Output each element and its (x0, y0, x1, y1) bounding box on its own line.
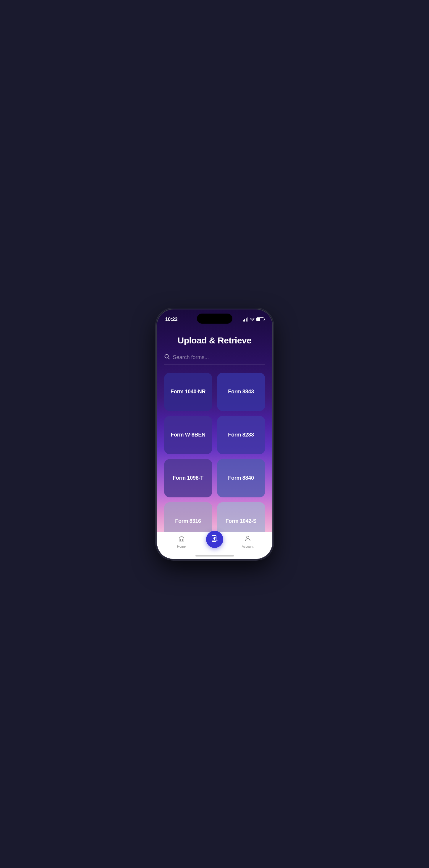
battery-icon (256, 317, 264, 321)
form-card-form-1098t[interactable]: Form 1098-T (164, 459, 212, 497)
phone-frame: 10:22 Upload & R (157, 309, 272, 559)
account-icon (245, 535, 251, 544)
notch (197, 314, 233, 323)
tab-home-label: Home (177, 545, 186, 548)
svg-line-1 (168, 358, 170, 359)
signal-icon (243, 317, 248, 321)
tab-account-label: Account (242, 545, 254, 548)
tab-account[interactable]: Account (223, 535, 272, 548)
wifi-icon (250, 317, 254, 322)
status-time: 10:22 (165, 316, 178, 322)
form-card-form-w8ben[interactable]: Form W-8BEN (164, 416, 212, 454)
home-icon (178, 535, 185, 544)
home-indicator (195, 555, 234, 557)
search-input[interactable] (173, 354, 265, 361)
form-card-label-form-1040nr: Form 1040-NR (171, 389, 206, 395)
upload-icon (211, 534, 218, 545)
form-card-form-8840[interactable]: Form 8840 (217, 459, 265, 497)
svg-point-4 (247, 536, 249, 538)
tab-upload-button[interactable] (206, 531, 223, 548)
tab-home[interactable]: Home (157, 535, 206, 548)
form-card-label-form-8233: Form 8233 (228, 432, 254, 438)
page-title: Upload & Retrieve (164, 335, 265, 345)
status-icons (243, 317, 264, 322)
search-container (164, 354, 265, 364)
form-card-label-form-1042s: Form 1042-S (225, 518, 257, 524)
form-card-label-form-w8ben: Form W-8BEN (171, 432, 205, 438)
form-card-label-form-8843: Form 8843 (228, 389, 254, 395)
form-card-form-1040nr[interactable]: Form 1040-NR (164, 373, 212, 411)
form-card-form-8233[interactable]: Form 8233 (217, 416, 265, 454)
search-icon (164, 354, 170, 361)
form-card-label-form-8840: Form 8840 (228, 475, 254, 481)
main-content: Upload & Retrieve Form 1040-NRForm 8843F… (157, 327, 272, 559)
form-card-label-form-8316: Form 8316 (175, 518, 201, 524)
form-card-label-form-1098t: Form 1098-T (173, 475, 204, 481)
screen: 10:22 Upload & R (157, 309, 272, 559)
form-card-form-8843[interactable]: Form 8843 (217, 373, 265, 411)
